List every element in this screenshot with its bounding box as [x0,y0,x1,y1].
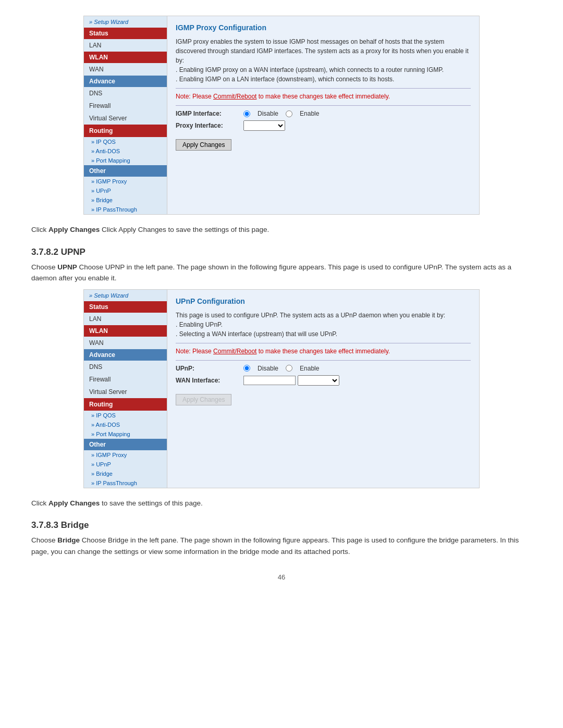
sidebar-wan[interactable]: WAN [84,63,167,76]
igmp-apply-note: Click Apply Changes Click Apply Changes … [31,224,532,236]
upnp-sidebar-virtual-server[interactable]: Virtual Server [84,386,167,398]
upnp-sidebar-wlan[interactable]: WLAN [84,325,167,337]
igmp-disable-radio[interactable] [243,110,250,117]
igmp-interface-label: IGMP Interface: [176,110,243,117]
upnp-sidebar-ip-qos[interactable]: » IP QOS [84,411,167,420]
upnp-disable-label: Disable [258,365,278,372]
upnp-intro: Choose UPNP Choose UPNP in the left pane… [31,262,532,284]
sidebar-ip-passthrough[interactable]: » IP PassThrough [84,205,167,214]
upnp-apply-bold: Apply Changes [48,499,100,507]
upnp-sidebar-lan[interactable]: LAN [84,313,167,325]
upnp-panel: » Setup Wizard Status LAN WLAN WAN Advan… [83,289,480,488]
page-number: 46 [31,573,532,581]
igmp-apply-bold: Apply Changes [48,226,100,233]
igmp-title: IGMP Proxy Configuration [176,23,471,32]
upnp-sidebar-advance[interactable]: Advance [84,349,167,361]
upnp-title: UPnP Configuration [176,297,471,305]
proxy-interface-row: Proxy Interface: [176,120,471,131]
igmp-apply-btn-container: Apply Changes [176,134,471,151]
commit-reboot-link-upnp[interactable]: Commit/Reboot [213,348,256,355]
upnp-sidebar-upnp[interactable]: » UPnP [84,460,167,469]
sidebar-wlan[interactable]: WLAN [84,52,167,63]
upnp-radio-group: Disable Enable [243,365,319,372]
upnp-sidebar: » Setup Wizard Status LAN WLAN WAN Advan… [84,290,167,488]
wan-interface-label: WAN Interface: [176,377,243,384]
upnp-description: This page is used to configure UPnP. The… [176,311,471,339]
sidebar-lan[interactable]: LAN [84,39,167,52]
wan-interface-row: WAN Interface: [176,375,471,386]
upnp-apply-button[interactable]: Apply Changes [176,394,231,405]
sidebar-advance[interactable]: Advance [84,76,167,87]
divider-1 [176,88,471,89]
igmp-panel: » Setup Wizard Status LAN WLAN WAN Advan… [83,16,480,215]
upnp-main-content: UPnP Configuration This page is used to … [167,290,479,488]
bridge-desc-text: Choose Bridge in the left pane. The page… [31,536,519,556]
igmp-main-content: IGMP Proxy Configuration IGMP proxy enab… [167,16,479,214]
upnp-enable-radio[interactable] [286,365,292,372]
section-upnp-heading: 3.7.8.2 UPNP [31,247,532,257]
sidebar-other[interactable]: Other [84,165,167,177]
sidebar-port-mapping[interactable]: » Port Mapping [84,156,167,165]
upnp-note: Note: Please Commit/Reboot to make these… [176,348,471,355]
igmp-disable-label: Disable [258,110,278,117]
upnp-sidebar-ip-passthrough[interactable]: » IP PassThrough [84,478,167,488]
commit-reboot-link-igmp[interactable]: Commit/Reboot [213,93,256,100]
sidebar-dns[interactable]: DNS [84,87,167,100]
igmp-interface-radio: Disable Enable [243,110,319,117]
sidebar-virtual-server[interactable]: Virtual Server [84,112,167,125]
sidebar-anti-dos[interactable]: » Anti-DOS [84,146,167,156]
bridge-bold: Bridge [57,536,80,544]
sidebar-bridge[interactable]: » Bridge [84,195,167,205]
upnp-sidebar-dns[interactable]: DNS [84,361,167,373]
upnp-sidebar-routing[interactable]: Routing [84,398,167,411]
igmp-enable-radio[interactable] [286,110,292,117]
upnp-apply-note: Click Apply Changes to save the settings… [31,498,532,509]
upnp-sidebar-igmp-proxy[interactable]: » IGMP Proxy [84,450,167,460]
igmp-note: Note: Please Commit/Reboot to make these… [176,93,471,100]
divider-2 [176,105,471,106]
sidebar-firewall[interactable]: Firewall [84,100,167,112]
upnp-enable-label: Enable [300,365,319,372]
upnp-radio-row: UPnP: Disable Enable [176,365,471,372]
upnp-sidebar-port-mapping[interactable]: » Port Mapping [84,429,167,439]
upnp-disable-radio[interactable] [243,365,250,372]
sidebar-routing[interactable]: Routing [84,125,167,137]
upnp-apply-note-text: to save the settings of this page. [102,499,203,507]
igmp-enable-label: Enable [300,110,319,117]
igmp-apply-note-text: Click Apply Changes to save the settings… [102,226,269,233]
upnp-field-label: UPnP: [176,365,243,372]
sidebar-ip-qos[interactable]: » IP QOS [84,137,167,146]
igmp-sidebar: » Setup Wizard Status LAN WLAN WAN Advan… [84,16,167,214]
upnp-setup-wizard-link[interactable]: » Setup Wizard [84,290,167,301]
upnp-sidebar-anti-dos[interactable]: » Anti-DOS [84,420,167,429]
proxy-interface-label: Proxy Interface: [176,122,243,129]
upnp-sidebar-bridge[interactable]: » Bridge [84,469,167,478]
upnp-intro-text: Choose UPNP in the left pane. The page s… [31,263,511,282]
setup-wizard-link[interactable]: » Setup Wizard [84,16,167,28]
upnp-bold: UPNP [57,263,77,271]
wan-interface-input[interactable] [243,376,296,385]
upnp-apply-btn-container: Apply Changes [176,389,471,405]
bridge-desc: Choose Bridge Choose Bridge in the left … [31,535,532,557]
upnp-divider-2 [176,360,471,361]
upnp-sidebar-wan[interactable]: WAN [84,337,167,349]
igmp-apply-button[interactable]: Apply Changes [176,139,231,151]
igmp-description: IGMP proxy enables the system to issue I… [176,37,471,84]
upnp-sidebar-status[interactable]: Status [84,301,167,313]
wan-interface-select[interactable] [298,375,339,386]
sidebar-upnp[interactable]: » UPnP [84,186,167,195]
section-bridge-heading: 3.7.8.3 Bridge [31,520,532,530]
igmp-interface-row: IGMP Interface: Disable Enable [176,110,471,117]
sidebar-igmp-proxy[interactable]: » IGMP Proxy [84,177,167,186]
sidebar-status[interactable]: Status [84,28,167,39]
upnp-divider-1 [176,343,471,343]
proxy-interface-select[interactable] [243,120,285,131]
upnp-sidebar-other[interactable]: Other [84,439,167,450]
upnp-sidebar-firewall[interactable]: Firewall [84,373,167,386]
